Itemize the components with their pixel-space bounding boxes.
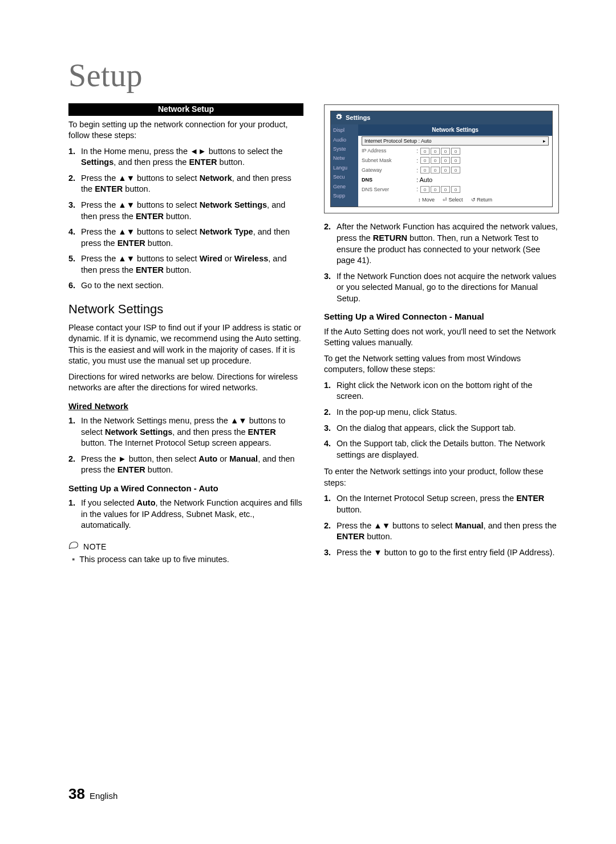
side-tab: Gene [331,182,358,191]
wired-step-1: In the Network Settings menu, press the … [68,415,303,449]
m-step-2: In the pop-up menu, click Status. [324,407,559,418]
section-bar-label: Network Setup [158,104,214,115]
updown-icon: ↕ [418,197,421,203]
ns-paragraph-1: Please contact your ISP to find out if y… [68,322,303,367]
after-step-2: After the Network Function has acquired … [324,221,559,266]
m-step-4: On the Support tab, click the Details bu… [324,438,559,461]
m-step-1: Right click the Network icon on the bott… [324,380,559,402]
manual-steps-a: Right click the Network icon on the bott… [324,380,559,461]
left-column: Network Setup To begin setting up the ne… [68,103,303,566]
page-language: English [90,791,117,801]
panel-title-bar: Settings [331,111,552,125]
up-down-icon: ▲▼ [230,416,247,425]
dialog: Network Settings Internet Protocol Setup… [358,124,552,207]
up-down-icon: ▲▼ [118,227,135,236]
side-tab: Secu [331,172,358,181]
setup-steps: In the Home menu, press the ◄► buttons t… [68,146,303,292]
row-subnet: Subnet Mask: 0 0 0 0 [358,156,552,165]
wired-network-heading: Wired Network [68,401,303,412]
auto-step-1: If you selected Auto, the Network Functi… [68,498,303,531]
wired-manual-heading: Setting Up a Wired Connecton - Manual [324,311,559,322]
wired-step-2: Press the ► button, then select Auto or … [68,454,303,476]
m-step-3: On the dialog that appears, click the Su… [324,423,559,434]
step-5: Press the ▲▼ buttons to select Wired or … [68,253,303,276]
return-icon: ↺ [471,197,476,203]
note-icon [68,541,79,552]
up-down-icon: ▲▼ [118,254,135,263]
note-label: NOTE [83,542,107,551]
row-ip: IP Address: 0 0 0 0 [358,146,552,156]
side-tab: Netw [331,154,358,163]
right-column: Settings Displ Audio Syste Netw Langu Se… [324,103,559,566]
note-block: NOTE This process can take up to five mi… [68,542,303,566]
manual-p3: To enter the Network settings into your … [324,466,559,488]
page-number: 38 [68,785,85,802]
network-settings-heading: Network Settings [68,301,303,318]
chevron-right-icon: ▸ [543,138,546,144]
step-4: Press the ▲▼ buttons to select Network T… [68,227,303,249]
row-dns: DNS : Auto [358,175,552,185]
auto-steps: If you selected Auto, the Network Functi… [68,498,303,531]
gear-icon [335,114,342,123]
wired-steps: In the Network Settings menu, press the … [68,415,303,476]
ns-paragraph-2: Directions for wired networks are below.… [68,371,303,394]
left-right-icon: ◄► [190,147,206,156]
section-bar: Network Setup [68,103,303,116]
enter-icon: ⏎ [443,197,447,203]
manual-steps-b: On the Internet Protocol Setup screen, p… [324,493,559,558]
step-2: Press the ▲▼ buttons to select Network, … [68,173,303,195]
right-icon: ► [118,454,126,463]
side-tab: Langu [331,163,358,172]
row-gateway: Gateway: 0 0 0 0 [358,165,552,175]
note-text: This process can take up to five minutes… [82,554,303,566]
panel-title: Settings [346,114,370,122]
step-6: Go to the next section. [68,280,303,292]
down-icon: ▼ [374,548,382,557]
row-dns-server: DNS Server: 0 0 0 0 [358,184,552,194]
n-step-1: On the Internet Protocol Setup screen, p… [324,493,559,515]
side-tab: Supp [331,191,358,200]
after-step-3: If the Network Function does not acquire… [324,271,559,305]
up-down-icon: ▲▼ [118,200,135,209]
dialog-title: Network Settings [358,124,552,136]
side-tabs: Displ Audio Syste Netw Langu Secu Gene S… [331,124,358,207]
step-3: Press the ▲▼ buttons to select Network S… [68,200,303,222]
side-tab: Displ [331,126,358,135]
n-step-2: Press the ▲▼ buttons to select Manual, a… [324,520,559,543]
up-down-icon: ▲▼ [118,173,135,183]
n-step-3: Press the ▼ button to go to the first en… [324,547,559,559]
settings-panel-illustration: Settings Displ Audio Syste Netw Langu Se… [324,104,559,214]
dialog-footer: ↕ Move ⏎ Select ↺ Return [358,194,552,203]
ip-protocol-setup: Internet Protocol Setup : Auto ▸ [362,136,549,146]
intro-text: To begin setting up the network connecti… [68,119,303,142]
page-footer: 38 English [68,784,117,804]
step-1: In the Home menu, press the ◄► buttons t… [68,146,303,168]
manual-p2: To get the Network setting values from m… [324,353,559,375]
manual-p1: If the Auto Setting does not work, you'l… [324,326,559,349]
side-tab: Syste [331,144,358,154]
wired-auto-heading: Setting Up a Wired Connecton - Auto [68,483,303,494]
page-title: Setup [68,54,559,98]
side-tab: Audio [331,135,358,144]
after-panel-steps: After the Network Function has acquired … [324,221,559,304]
up-down-icon: ▲▼ [374,521,390,530]
